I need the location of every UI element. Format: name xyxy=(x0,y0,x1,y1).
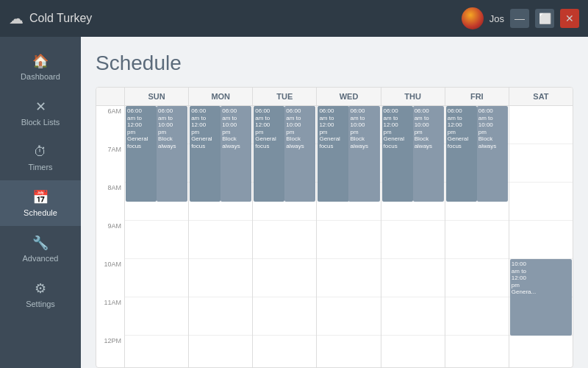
dashboard-icon: 🏠 xyxy=(32,53,49,69)
block-wed-always: 06:00am to10:00pmBlockalways xyxy=(348,106,379,202)
time-labels: 6AM 7AM 8AM 9AM 10AM 11AM 12PM 1PM 2PM 3… xyxy=(96,106,124,367)
sidebar: 🏠 Dashboard ✕ Block Lists ⏱ Timers 📅 Sch… xyxy=(0,37,81,368)
day-columns: 06:00am to12:00pmGeneralfocus 06:00am to… xyxy=(124,106,573,367)
grid-body[interactable]: 6AM 7AM 8AM 9AM 10AM 11AM 12PM 1PM 2PM 3… xyxy=(96,106,573,367)
sidebar-item-dashboard[interactable]: 🏠 Dashboard xyxy=(0,44,81,90)
advanced-label: Advanced xyxy=(23,254,59,263)
title-bar: ☁ Cold Turkey Jos — ⬜ ✕ xyxy=(0,0,588,37)
schedule-grid: SUN MON TUE WED THU FRI SAT 6AM 7AM 8AM … xyxy=(96,87,573,368)
maximize-button[interactable]: ⬜ xyxy=(535,9,554,28)
title-bar-right: Jos — ⬜ ✕ xyxy=(462,7,579,29)
settings-label: Settings xyxy=(26,300,55,308)
time-gutter-header xyxy=(96,88,124,105)
time-9am: 9AM xyxy=(96,221,124,259)
day-col-thu[interactable]: 06:00am to12:00pmGeneralfocus 06:00am to… xyxy=(381,106,445,367)
sidebar-item-advanced[interactable]: 🔧 Advanced xyxy=(0,226,81,272)
day-header-sun: SUN xyxy=(124,88,188,105)
day-header-mon: MON xyxy=(188,88,252,105)
block-lists-icon: ✕ xyxy=(35,99,46,115)
close-button[interactable]: ✕ xyxy=(560,9,579,28)
sidebar-item-schedule[interactable]: 📅 Schedule xyxy=(0,180,81,226)
minimize-button[interactable]: — xyxy=(510,9,529,28)
day-header-thu: THU xyxy=(381,88,445,105)
main-layout: 🏠 Dashboard ✕ Block Lists ⏱ Timers 📅 Sch… xyxy=(0,37,588,368)
schedule-label: Schedule xyxy=(24,208,57,217)
block-mon-general: 06:00am to12:00pmGeneralfocus xyxy=(190,106,220,202)
block-sat-partial: 10:00am to12:00pmGenera... xyxy=(510,259,572,336)
settings-icon: ⚙ xyxy=(35,280,46,297)
day-header-wed: WED xyxy=(316,88,380,105)
username-label: Jos xyxy=(490,13,504,24)
time-12pm: 12PM xyxy=(96,336,124,367)
block-lists-label: Block Lists xyxy=(21,118,60,127)
day-header-sat: SAT xyxy=(509,88,573,105)
day-col-fri[interactable]: 06:00am to12:00pmGeneralfocus 06:00am to… xyxy=(445,106,509,367)
block-tue-general: 06:00am to12:00pmGeneralfocus xyxy=(254,106,284,202)
block-wed-general: 06:00am to12:00pmGeneralfocus xyxy=(318,106,348,202)
day-col-tue[interactable]: 06:00am to12:00pmGeneralfocus 06:00am to… xyxy=(252,106,316,367)
timers-icon: ⏱ xyxy=(34,144,47,160)
app-title: Cold Turkey xyxy=(29,12,92,25)
page-title: Schedule xyxy=(96,52,573,75)
dashboard-label: Dashboard xyxy=(21,72,60,81)
user-avatar xyxy=(462,7,484,29)
block-fri-general: 06:00am to12:00pmGeneralfocus xyxy=(446,106,477,202)
day-header-fri: FRI xyxy=(445,88,509,105)
sidebar-item-settings[interactable]: ⚙ Settings xyxy=(0,272,81,317)
advanced-icon: 🔧 xyxy=(32,235,49,251)
block-tue-always: 06:00am to10:00pmBlockalways xyxy=(284,106,315,202)
block-thu-general: 06:00am to12:00pmGeneralfocus xyxy=(382,106,413,202)
block-fri-always: 06:00am to10:00pmBlockalways xyxy=(477,106,508,202)
block-sun-general: 06:00am to12:00pmGeneralfocus xyxy=(126,106,157,202)
schedule-icon: 📅 xyxy=(32,189,49,205)
time-6am: 6AM xyxy=(96,106,124,144)
app-logo: ☁ xyxy=(9,10,24,27)
time-8am: 8AM xyxy=(96,183,124,221)
day-col-sun[interactable]: 06:00am to12:00pmGeneralfocus 06:00am to… xyxy=(124,106,188,367)
day-col-sat[interactable]: 10:00am to12:00pmGenera... 05:00 xyxy=(509,106,573,367)
block-thu-always: 06:00am to10:00pmBlockalways xyxy=(413,106,444,202)
day-col-wed[interactable]: 06:00am to12:00pmGeneralfocus 06:00am to… xyxy=(316,106,380,367)
time-10am: 10AM xyxy=(96,259,124,297)
timers-label: Timers xyxy=(28,163,52,171)
day-col-mon[interactable]: 06:00am to12:00pmGeneralfocus 06:00am to… xyxy=(188,106,252,367)
content-area: Schedule SUN MON TUE WED THU FRI SAT 6AM… xyxy=(81,37,588,368)
title-bar-left: ☁ Cold Turkey xyxy=(9,10,92,27)
day-header-tue: TUE xyxy=(252,88,316,105)
block-sun-always: 06:00am to10:00pmBlockalways xyxy=(157,106,187,202)
block-mon-always: 06:00am to10:00pmBlockalways xyxy=(220,106,251,202)
sidebar-item-timers[interactable]: ⏱ Timers xyxy=(0,135,81,180)
time-11am: 11AM xyxy=(96,297,124,336)
day-headers-row: SUN MON TUE WED THU FRI SAT xyxy=(96,88,573,106)
time-7am: 7AM xyxy=(96,144,124,183)
sidebar-item-block-lists[interactable]: ✕ Block Lists xyxy=(0,90,81,135)
